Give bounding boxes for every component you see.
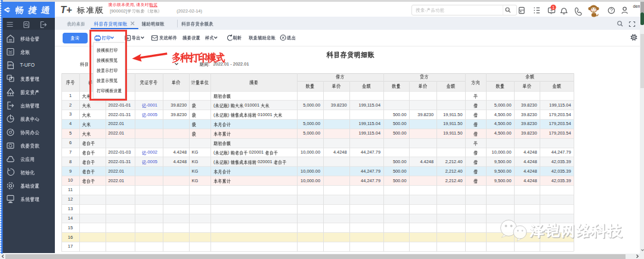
svg-text:1: 1 [552, 5, 555, 10]
